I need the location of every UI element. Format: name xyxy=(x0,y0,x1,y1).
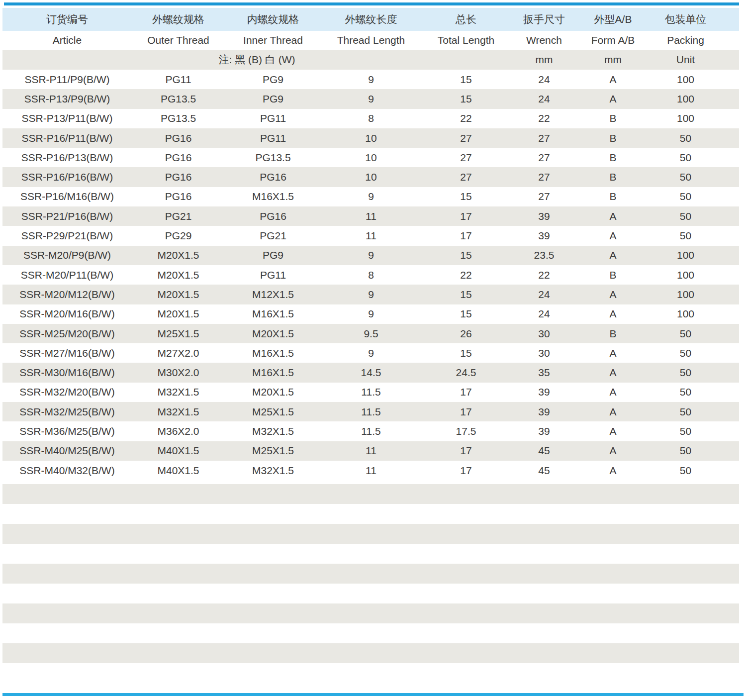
wrench-cell: 39 xyxy=(511,206,577,226)
inner-thread-cell: PG9 xyxy=(225,70,321,89)
empty-cell xyxy=(2,643,739,663)
article-cell: SSR-M40/M32(B/W) xyxy=(2,461,132,480)
packing-cell: 50 xyxy=(649,128,722,148)
col-total-length-en: Total Length xyxy=(421,31,511,50)
thread-length-cell: 10 xyxy=(321,148,421,167)
form-cell: B xyxy=(577,187,649,206)
wrench-cell: 45 xyxy=(511,441,577,461)
table-row: SSR-M20/P11(B/W) M20X1.5 PG11 8 22 22 B … xyxy=(2,265,739,285)
outer-thread-cell: M27X2.0 xyxy=(132,343,225,363)
total-length-cell: 27 xyxy=(421,148,511,167)
empty-cell xyxy=(2,584,739,603)
form-cell: A xyxy=(577,441,649,461)
total-length-cell: 15 xyxy=(421,89,511,108)
table-row: SSR-P16/P11(B/W) PG16 PG11 10 27 27 B 50 xyxy=(2,128,739,148)
form-cell: A xyxy=(577,363,649,382)
header-row-zh: 订货编号 外螺纹规格 内螺纹规格 外螺纹长度 总长 扳手尺寸 外型A/B 包装单… xyxy=(2,8,739,31)
article-cell: SSR-M20/P9(B/W) xyxy=(2,246,132,265)
filler-cell xyxy=(722,226,739,245)
form-cell: A xyxy=(577,421,649,441)
outer-thread-cell: M36X2.0 xyxy=(132,421,225,441)
form-cell: A xyxy=(577,89,649,108)
filler-cell xyxy=(722,8,739,31)
empty-row xyxy=(2,564,739,584)
inner-thread-cell: PG21 xyxy=(225,226,321,245)
table-row: SSR-M30/M16(B/W) M30X2.0 M16X1.5 14.5 24… xyxy=(2,363,739,382)
thread-length-cell: 9 xyxy=(321,304,421,324)
thread-length-cell: 8 xyxy=(321,265,421,285)
article-cell: SSR-M32/M20(B/W) xyxy=(2,383,132,402)
form-cell: B xyxy=(577,167,649,187)
empty-row xyxy=(2,484,739,504)
article-cell: SSR-P13/P9(B/W) xyxy=(2,89,132,108)
form-cell: A xyxy=(577,343,649,363)
table-row: SSR-P13/P11(B/W) PG13.5 PG11 8 22 22 B 1… xyxy=(2,109,739,128)
packing-unit: Unit xyxy=(649,50,722,70)
filler-cell xyxy=(722,324,739,343)
empty-row xyxy=(2,544,739,564)
table-row: SSR-M36/M25(B/W) M36X2.0 M32X1.5 11.5 17… xyxy=(2,421,739,441)
total-length-cell: 17 xyxy=(421,441,511,461)
empty-row xyxy=(2,603,739,623)
filler-cell xyxy=(722,402,739,421)
thread-length-cell: 11 xyxy=(321,226,421,245)
header-row-en: Article Outer Thread Inner Thread Thread… xyxy=(2,31,739,50)
thread-length-cell: 11.5 xyxy=(321,421,421,441)
article-cell: SSR-M40/M25(B/W) xyxy=(2,441,132,461)
form-cell: B xyxy=(577,324,649,343)
table-row: SSR-P16/M16(B/W) PG16 M16X1.5 9 15 27 B … xyxy=(2,187,739,206)
wrench-cell: 24 xyxy=(511,70,577,89)
inner-thread-cell: M25X1.5 xyxy=(225,402,321,421)
article-cell: SSR-M20/P11(B/W) xyxy=(2,265,132,285)
empty-cell xyxy=(2,524,739,544)
filler-cell xyxy=(722,31,739,50)
wrench-cell: 27 xyxy=(511,128,577,148)
total-length-cell: 15 xyxy=(421,343,511,363)
wrench-cell: 35 xyxy=(511,363,577,382)
form-cell: B xyxy=(577,109,649,128)
wrench-cell: 23.5 xyxy=(511,246,577,265)
total-length-cell: 15 xyxy=(421,304,511,324)
total-length-cell: 22 xyxy=(421,109,511,128)
form-cell: A xyxy=(577,226,649,245)
wrench-cell: 24 xyxy=(511,285,577,304)
col-outer-thread-zh: 外螺纹规格 xyxy=(132,8,225,31)
empty-cell xyxy=(2,544,739,564)
col-inner-thread-en: Inner Thread xyxy=(225,31,321,50)
outer-thread-cell: PG16 xyxy=(132,148,225,167)
form-cell: A xyxy=(577,285,649,304)
packing-cell: 50 xyxy=(649,461,722,480)
packing-cell: 50 xyxy=(649,226,722,245)
filler-cell xyxy=(722,461,739,480)
thread-length-cell: 10 xyxy=(321,167,421,187)
inner-thread-cell: M32X1.5 xyxy=(225,461,321,480)
table-row: SSR-M40/M32(B/W) M40X1.5 M32X1.5 11 17 4… xyxy=(2,461,739,480)
thread-length-cell: 11 xyxy=(321,206,421,226)
article-cell: SSR-M20/M12(B/W) xyxy=(2,285,132,304)
packing-cell: 50 xyxy=(649,324,722,343)
total-length-cell: 15 xyxy=(421,187,511,206)
form-unit: mm xyxy=(577,50,649,70)
outer-thread-cell: M20X1.5 xyxy=(132,304,225,324)
packing-cell: 50 xyxy=(649,206,722,226)
empty-row xyxy=(2,584,739,603)
thread-length-cell: 9 xyxy=(321,89,421,108)
col-article-zh: 订货编号 xyxy=(2,8,132,31)
inner-thread-cell: PG11 xyxy=(225,128,321,148)
empty-row xyxy=(2,623,739,643)
form-cell: A xyxy=(577,304,649,324)
article-cell: SSR-P16/P13(B/W) xyxy=(2,148,132,167)
outer-thread-cell: PG16 xyxy=(132,128,225,148)
form-cell: B xyxy=(577,148,649,167)
inner-thread-cell: M20X1.5 xyxy=(225,324,321,343)
packing-cell: 50 xyxy=(649,402,722,421)
filler-cell xyxy=(722,50,739,70)
wrench-cell: 24 xyxy=(511,89,577,108)
filler-cell xyxy=(722,304,739,324)
thread-length-cell: 9.5 xyxy=(321,324,421,343)
filler-cell xyxy=(722,383,739,402)
article-cell: SSR-M20/M16(B/W) xyxy=(2,304,132,324)
form-cell: B xyxy=(577,265,649,285)
wrench-cell: 27 xyxy=(511,148,577,167)
filler-cell xyxy=(722,187,739,206)
